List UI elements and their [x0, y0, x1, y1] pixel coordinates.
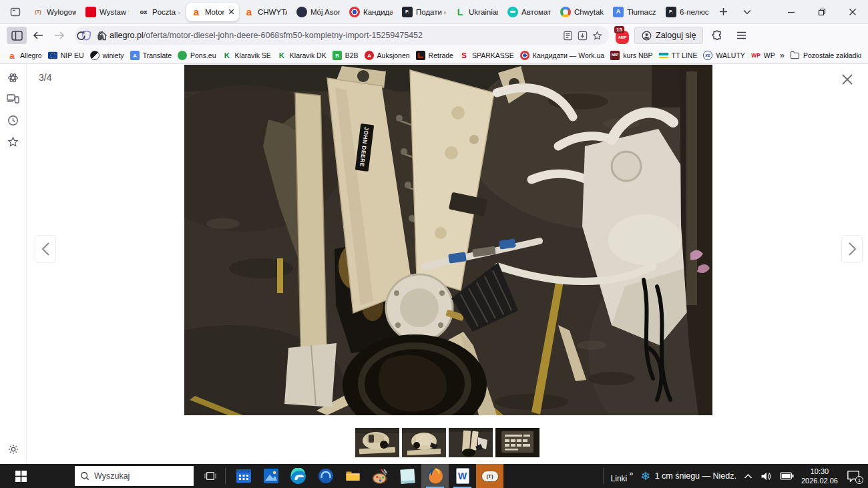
close-window-button[interactable] — [837, 0, 868, 24]
browser-tab[interactable]: Chwytak — [556, 3, 608, 21]
bookmark-label: Translate — [143, 51, 172, 59]
search-input[interactable] — [94, 471, 188, 481]
url-bar[interactable]: allegro.pl/oferta/motor-diesel-john-deer… — [75, 26, 609, 45]
bookmark-item[interactable]: a Allegro — [4, 48, 45, 63]
blue-circle-app-icon — [318, 468, 334, 484]
reader-mode-icon[interactable] — [563, 31, 573, 41]
file-explorer-button[interactable] — [339, 464, 367, 488]
firefox-view-button[interactable] — [5, 3, 25, 21]
list-all-tabs-button[interactable] — [738, 3, 756, 21]
bookmark-item[interactable]: TT LINE — [656, 48, 700, 63]
browser-tab[interactable]: ox Poczta - b — [134, 3, 186, 21]
links-toolbar[interactable]: Linki » — [611, 469, 634, 483]
bookmark-item[interactable]: WP WP — [748, 48, 778, 63]
new-tab-button[interactable] — [714, 3, 732, 21]
tab-title: Mój Asort — [310, 8, 340, 16]
action-center-button[interactable]: 1 — [845, 468, 861, 484]
bookmark-item[interactable]: B B2B — [329, 48, 361, 63]
browser-tab[interactable]: (T) Wylogow — [28, 3, 81, 21]
bookmark-item[interactable]: Кандидати — Work.ua — [517, 48, 607, 63]
browser-tab[interactable]: Mój Asort — [292, 3, 345, 21]
browser-tab[interactable]: F. 6-пелюст — [661, 3, 714, 21]
calendar-app-button[interactable] — [230, 464, 257, 488]
app-menu-button[interactable] — [731, 27, 751, 44]
thumbnail-4[interactable] — [495, 428, 539, 457]
edge-browser-button[interactable] — [284, 464, 312, 488]
photos-app-button[interactable] — [257, 464, 284, 488]
bookmark-favicon — [659, 50, 668, 59]
browser-tab[interactable]: F. Подати о — [397, 3, 450, 21]
save-page-icon[interactable] — [578, 31, 588, 41]
bookmark-item[interactable]: K Klaravik SE — [219, 48, 274, 63]
sidebar-toggle-button[interactable] — [7, 27, 27, 44]
system-tray: Linki » ❄ 1 cm śniegu — Niedz. 10:30 202… — [603, 464, 868, 488]
weather-widget[interactable]: ❄ 1 cm śniegu — Niedz. — [640, 471, 736, 482]
show-hidden-icons-chevron[interactable] — [744, 473, 752, 479]
minimize-button[interactable] — [776, 0, 807, 24]
bookmarks-sidebar-button[interactable] — [3, 132, 23, 151]
volume-icon[interactable] — [760, 471, 773, 482]
browser-tab[interactable]: A Tłumacz G — [608, 3, 661, 21]
browser-tab[interactable]: Wystaw f — [81, 3, 134, 21]
bookmark-label: WP — [764, 51, 775, 59]
back-button[interactable] — [28, 27, 48, 44]
bookmark-item[interactable]: S SPARKASSE — [456, 48, 517, 63]
ai-chatbot-icon — [7, 72, 19, 83]
thumbnail-3[interactable] — [449, 428, 493, 457]
bookmark-label: Klaravik SE — [235, 51, 271, 59]
bookmark-item[interactable]: A Translate — [127, 48, 174, 63]
synced-tabs-sidebar-button[interactable] — [3, 89, 23, 108]
extensions-button[interactable] — [707, 27, 727, 44]
t-app-button[interactable]: (T) — [476, 464, 503, 488]
bookmark-item[interactable]: Retrade — [413, 48, 456, 63]
browser-tab[interactable]: Автомати — [503, 3, 556, 21]
home-icon — [97, 31, 107, 41]
bookmark-item[interactable]: NIP EU — [45, 48, 87, 63]
bookmark-item[interactable]: A Auksjonen — [361, 48, 413, 63]
sticky-notes-app-button[interactable] — [394, 464, 421, 488]
thumbnail-1[interactable] — [355, 428, 399, 457]
lightbox-close-button[interactable] — [837, 69, 857, 89]
tab-close-icon[interactable] — [228, 9, 234, 15]
browser-tab[interactable]: Кандидат — [345, 3, 397, 21]
url-domain: allegro.pl — [110, 31, 144, 40]
firefox-app-button[interactable] — [421, 464, 449, 488]
browser-tab[interactable]: a CHWYTA — [239, 3, 292, 21]
other-bookmarks-folder[interactable]: Pozostałe zakładki — [790, 51, 861, 59]
bookmark-item[interactable]: K Klaravik DK — [274, 48, 329, 63]
bookmark-item[interactable]: Pons.eu — [174, 48, 219, 63]
battery-icon[interactable] — [780, 471, 794, 481]
word-app-button[interactable]: W — [449, 464, 476, 488]
ai-chatbot-sidebar-button[interactable] — [3, 68, 23, 87]
next-photo-button[interactable] — [841, 235, 863, 263]
bookmark-label: Retrade — [429, 51, 453, 59]
bookmark-item[interactable]: winiety — [87, 48, 127, 63]
links-overflow-chevron[interactable]: » — [629, 469, 633, 477]
thumbnail-2[interactable] — [402, 428, 446, 457]
search-icon — [80, 471, 89, 481]
adblock-extension-button[interactable]: ABP 15 — [616, 28, 630, 43]
browser-tab[interactable]: a Motor — [186, 3, 239, 21]
sidebar-settings-button[interactable] — [3, 440, 23, 459]
previous-photo-button[interactable] — [35, 235, 56, 263]
taskbar-search-box[interactable] — [75, 466, 194, 486]
restore-button[interactable] — [807, 0, 837, 24]
home-button[interactable] — [92, 27, 112, 44]
forward-button[interactable] — [49, 27, 69, 44]
firefox-account-login-button[interactable]: Zaloguj się — [634, 27, 703, 44]
bookmark-star-icon[interactable] — [592, 31, 602, 41]
reload-button[interactable] — [71, 27, 91, 44]
browser-tab[interactable]: L Ukrainian — [450, 3, 503, 21]
photo-lightbox: 3/4 — [27, 64, 868, 464]
start-button[interactable] — [0, 464, 41, 488]
bookmarks-overflow-chevron[interactable]: » — [780, 50, 785, 60]
blue-circle-app-button[interactable] — [312, 464, 339, 488]
adblock-counter-badge: 15 — [614, 26, 624, 33]
paint-app-button[interactable] — [367, 464, 394, 488]
tab-strip: (T) Wylogow Wystaw f ox Poczta - b — [0, 0, 868, 24]
bookmark-item[interactable]: xe WALUTY — [700, 48, 747, 63]
bookmark-item[interactable]: NBP kurs NBP — [607, 48, 655, 63]
task-view-button[interactable] — [198, 464, 223, 488]
taskbar-clock[interactable]: 10:30 2026.02.06 — [801, 467, 838, 486]
history-sidebar-button[interactable] — [3, 111, 23, 130]
